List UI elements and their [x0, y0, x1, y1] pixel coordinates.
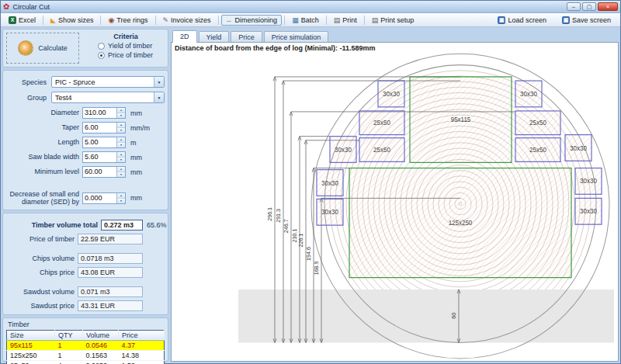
cell: 1 — [55, 340, 83, 350]
criteria-option-0[interactable]: Yield of timber — [87, 42, 165, 50]
tab-price[interactable]: Price — [231, 31, 262, 43]
spinner-up-icon[interactable]: ▴ — [117, 108, 125, 113]
board-30x30[interactable]: 30x30 — [330, 137, 356, 163]
radio-label: Yield of timber — [108, 42, 152, 50]
board-125x250[interactable]: 125x250 — [349, 168, 571, 278]
length-spinner[interactable]: ▴▾ — [116, 137, 125, 147]
load-screen-icon: ▣ — [498, 16, 505, 24]
board-label: 30x30 — [335, 147, 352, 154]
criteria-option-1[interactable]: Price of timber — [87, 51, 165, 59]
board-30x30[interactable]: 30x30 — [515, 81, 542, 107]
cell: 4.37 — [119, 340, 165, 350]
print-icon: ▤ — [334, 16, 341, 24]
spinner-down-icon[interactable]: ▾ — [117, 113, 125, 118]
result-label: Chips volume — [6, 255, 78, 262]
toolbar-button-save-screen[interactable]: ▣Save screen — [557, 15, 616, 26]
board-25x50[interactable]: 25x50 — [359, 138, 404, 162]
sed-decrease-spinner[interactable]: ▴▾ — [116, 193, 125, 203]
toolbar-button-dimensioning[interactable]: ↔Dimensioning — [221, 15, 283, 26]
toolbar-button-invoice-sizes[interactable]: ✎Invoice sizes — [158, 15, 216, 26]
column-header-qty[interactable]: QTY — [55, 330, 83, 340]
saw-blade-width-spinner[interactable]: ▴▾ — [116, 152, 125, 162]
dimension-label: 194.6 — [306, 247, 311, 261]
spinner-up-icon[interactable]: ▴ — [117, 123, 125, 128]
spinner-down-icon[interactable]: ▾ — [117, 199, 125, 203]
minimum-level-spinner[interactable]: ▴▾ — [116, 167, 125, 177]
cell: 4 — [55, 360, 83, 364]
sed-decrease-input[interactable]: 0.000▴▾ — [82, 192, 126, 204]
group-dropdown[interactable]: Test4▼ — [51, 92, 165, 103]
dimension-label: 230.1 — [292, 228, 297, 242]
toolbar-button-print[interactable]: ▤Print — [329, 15, 362, 26]
board-25x50[interactable]: 25x50 — [515, 111, 560, 135]
window-body: Calculate Criteria Yield of timberPrice … — [1, 27, 620, 363]
tab-price-simulation[interactable]: Price simulation — [264, 31, 329, 43]
board-25x50[interactable]: 25x50 — [515, 138, 560, 162]
board-30x30[interactable]: 30x30 — [575, 198, 602, 224]
spinner-up-icon[interactable]: ▴ — [117, 152, 125, 158]
table-row[interactable]: 25x5040.02501.50 — [7, 360, 165, 364]
maximize-button[interactable]: ▢ — [582, 2, 596, 11]
board-label: 95x115 — [451, 116, 471, 123]
toolbar-button-print-setup[interactable]: ▤Print setup — [367, 15, 419, 26]
toolbar-button-load-screen[interactable]: ▣Load screen — [493, 15, 551, 26]
diameter-spinner[interactable]: ▴▾ — [116, 108, 125, 118]
column-header-price[interactable]: Price — [119, 330, 165, 340]
taper-input[interactable]: 6.00▴▾ — [82, 122, 126, 133]
spinner-up-icon[interactable]: ▴ — [117, 193, 125, 199]
spinner-down-icon[interactable]: ▾ — [117, 158, 125, 162]
field-unit: mm — [126, 109, 142, 117]
board-30x30[interactable]: 30x30 — [378, 81, 404, 107]
minimum-level-input[interactable]: 60.00▴▾ — [82, 166, 126, 178]
radio-selected[interactable] — [98, 52, 105, 59]
field-value: 310.00 — [83, 108, 116, 118]
parameters-box: SpeciesPIC - Spruce▼GroupTest4▼ Diameter… — [2, 70, 168, 210]
tab-2d[interactable]: 2D — [172, 30, 197, 43]
board-label: 125x250 — [449, 220, 473, 227]
field-row-sed-decrease: Decrease of small end diameter (SED) by0… — [6, 190, 165, 206]
timber-table-head: SizeQTYVolumePrice — [7, 330, 165, 340]
column-header-size[interactable]: Size — [7, 330, 55, 340]
field-unit: mm/m — [126, 124, 150, 132]
spinner-down-icon[interactable]: ▾ — [117, 143, 125, 147]
toolbar-button-excel[interactable]: XExcel — [4, 15, 40, 26]
minimize-button[interactable]: – — [567, 2, 581, 11]
spinner-down-icon[interactable]: ▾ — [117, 172, 125, 177]
board-30x30[interactable]: 30x30 — [317, 170, 343, 196]
result-value: 43.08 EUR — [78, 267, 143, 278]
calculate-button[interactable]: Calculate — [6, 33, 79, 64]
column-header-volume[interactable]: Volume — [83, 330, 119, 340]
spinner-up-icon[interactable]: ▴ — [117, 137, 125, 143]
print-setup-icon: ▤ — [372, 16, 379, 24]
saw-blade-width-input[interactable]: 5.60▴▾ — [82, 151, 126, 163]
board-30x30[interactable]: 30x30 — [317, 199, 343, 225]
result-value: 22.59 EUR — [78, 234, 143, 244]
table-row[interactable]: 95x11510.05464.37 — [7, 340, 165, 350]
spinner-up-icon[interactable]: ▴ — [117, 167, 125, 172]
board-25x50[interactable]: 25x50 — [359, 111, 404, 135]
board-30x30[interactable]: 30x30 — [565, 135, 592, 161]
diameter-input[interactable]: 310.00▴▾ — [82, 107, 126, 119]
field-label: Diameter — [6, 109, 82, 116]
tab-yield[interactable]: Yield — [199, 31, 230, 43]
board-30x30[interactable]: 30x30 — [575, 168, 602, 195]
board-95x115[interactable]: 95x115 — [410, 77, 512, 162]
field-value: 0.000 — [83, 193, 116, 203]
field-row-taper: Taper6.00▴▾mm/m — [6, 122, 165, 133]
toolbar-button-batch[interactable]: ▦Batch — [287, 15, 324, 26]
toolbar-button-tree-rings[interactable]: ◉Tree rings — [103, 15, 152, 26]
toolbar-button-label: Load screen — [508, 16, 546, 24]
field-rows: Diameter310.00▴▾mmTaper6.00▴▾mm/mLength5… — [6, 107, 165, 206]
species-dropdown[interactable]: PIC - Spruce▼ — [51, 76, 165, 88]
field-row-saw-blade-width: Saw blade width5.60▴▾mm — [6, 151, 165, 163]
toolbar-button-label: Print — [342, 16, 357, 24]
table-row[interactable]: 125x25010.156314.38 — [7, 350, 165, 360]
close-button[interactable]: × — [598, 2, 618, 11]
dropdown-label: Species — [6, 78, 51, 86]
radio-unselected[interactable] — [98, 43, 105, 50]
toolbar-button-show-sizes[interactable]: ◣Show sizes — [46, 15, 98, 26]
board-label: 30x30 — [570, 144, 587, 151]
length-input[interactable]: 5.00▴▾ — [82, 137, 126, 148]
spinner-down-icon[interactable]: ▾ — [117, 128, 125, 133]
taper-spinner[interactable]: ▴▾ — [116, 123, 125, 133]
